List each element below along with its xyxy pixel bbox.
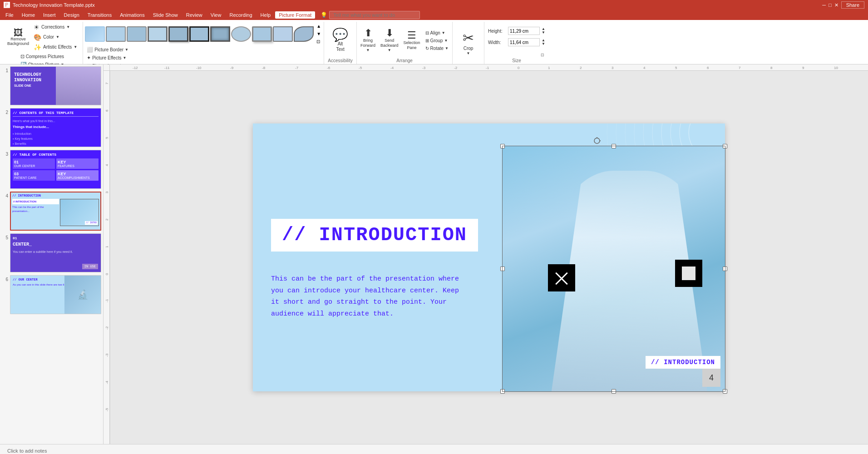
bring-forward-button[interactable]: ⬆ Bring Forward ▼ <box>359 27 377 54</box>
search-input[interactable] <box>329 11 420 19</box>
slide-thumb-4[interactable]: 4 // INTRODUCTION // INTRODUCTION This c… <box>2 192 101 231</box>
align-button[interactable]: ⊟ Align ▼ <box>424 30 450 36</box>
handle-bottom-left[interactable] <box>500 389 505 394</box>
menu-home[interactable]: Home <box>18 11 39 19</box>
crop-button[interactable]: ✂ Crop ▼ <box>456 23 480 64</box>
style-thumb-6[interactable] <box>189 26 209 42</box>
slide-thumb-6[interactable]: 6 // OUR CENTER As you can see in this s… <box>2 275 101 314</box>
rotate-button[interactable]: ↻ Rotate ▼ <box>424 45 450 52</box>
slide-main: // INTRODUCTION <box>253 123 725 391</box>
artistic-icon: ✨ <box>34 44 41 50</box>
svg-text:5: 5 <box>105 137 109 139</box>
compress-pictures-button[interactable]: ⊡ Compress Pictures <box>19 53 66 60</box>
menu-transitions[interactable]: Transitions <box>84 11 115 19</box>
svg-text:-12: -12 <box>133 66 138 70</box>
color-button[interactable]: 🎨 Color ▼ <box>32 33 79 42</box>
canvas-area: -12 -11 -10 -9 -8 -7 -6 -5 -4 -3 -2 -1 0… <box>104 64 868 444</box>
rotation-handle[interactable] <box>593 137 601 144</box>
image-label: // INTRODUCTION <box>646 356 720 369</box>
height-input[interactable] <box>508 27 540 35</box>
menu-design[interactable]: Design <box>60 11 83 19</box>
slide-canvas[interactable]: // INTRODUCTION <box>110 71 868 444</box>
svg-text:-6: -6 <box>327 66 330 70</box>
svg-text:2: 2 <box>105 218 109 221</box>
notes-area[interactable]: Click to add notes <box>0 444 868 454</box>
svg-text:0: 0 <box>105 273 109 275</box>
picture-effects-button[interactable]: ✦ Picture Effects ▼ <box>85 54 322 62</box>
group-button[interactable]: ⊞ Group ▼ <box>424 37 450 44</box>
selection-pane-button[interactable]: ☰ Selection Pane <box>402 29 422 52</box>
style-thumb-4[interactable] <box>148 26 168 42</box>
effects-icon: ✦ <box>87 55 91 61</box>
corrections-button[interactable]: ☀ Corrections ▼ <box>32 23 79 32</box>
svg-text:1: 1 <box>548 66 550 70</box>
svg-text:-5: -5 <box>105 408 109 411</box>
svg-text:9: 9 <box>802 66 804 70</box>
rotate-icon: ↻ <box>425 46 429 51</box>
svg-text:10: 10 <box>834 66 838 70</box>
menu-view[interactable]: View <box>207 11 225 19</box>
menu-review[interactable]: Review <box>182 11 206 19</box>
share-button[interactable]: Share <box>841 1 864 9</box>
menu-insert[interactable]: Insert <box>39 11 59 19</box>
picture-border-button[interactable]: ⬜ Picture Border ▼ <box>85 46 322 54</box>
menu-picture-format[interactable]: Picture Format <box>275 11 315 19</box>
slide-thumb-5[interactable]: 5 01 CENTER_ You can enter a subtitle he… <box>2 233 101 272</box>
artistic-effects-button[interactable]: ✨ Artistic Effects ▼ <box>32 43 79 52</box>
svg-text:6: 6 <box>105 109 109 112</box>
style-thumb-1[interactable] <box>85 26 105 42</box>
send-backward-icon: ⬇ <box>385 28 394 38</box>
remove-background-button[interactable]: 🖼 Remove Background <box>5 27 31 48</box>
menu-recording[interactable]: Recording <box>226 11 256 19</box>
handle-mid-right[interactable] <box>723 266 727 271</box>
slide-thumb-3[interactable]: 3 // TABLE OF CONTENTS 01 OUR CENTER KEY… <box>2 150 101 189</box>
ruler-corner <box>104 64 110 71</box>
svg-point-48 <box>594 138 600 143</box>
handle-top-center[interactable] <box>612 144 616 148</box>
menu-animations[interactable]: Animations <box>116 11 148 19</box>
style-thumb-9[interactable] <box>252 26 272 42</box>
styles-scroll-up[interactable]: ▲ <box>316 23 322 30</box>
svg-text:-1: -1 <box>105 299 109 302</box>
styles-expand[interactable]: ⊡ <box>316 38 322 45</box>
style-thumb-7[interactable] <box>210 26 230 42</box>
height-decrement[interactable]: ▼ <box>542 31 545 35</box>
slide-thumb-1[interactable]: 1 TECHNOLOGY INNOVATION SLIDE ONE <box>2 66 101 105</box>
handle-mid-left[interactable] <box>500 266 505 271</box>
crop-icon: ✂ <box>463 31 474 45</box>
style-thumb-3[interactable] <box>127 26 147 42</box>
style-thumb-2[interactable] <box>106 26 126 42</box>
ruler-vertical: 7 6 5 4 3 2 1 0 -1 -2 -3 -4 -5 <box>104 71 110 444</box>
style-thumb-5[interactable] <box>168 26 188 42</box>
alt-text-button[interactable]: 💬 Alt Text <box>327 23 354 58</box>
send-backward-button[interactable]: ⬇ Send Backward ▼ <box>379 27 400 54</box>
menu-help[interactable]: Help <box>257 11 275 19</box>
menu-bar: File Home Insert Design Transitions Anim… <box>0 10 868 20</box>
size-dialog-launcher[interactable]: ⊡ <box>540 52 545 58</box>
width-input[interactable] <box>508 38 540 46</box>
svg-text:-4: -4 <box>105 380 109 384</box>
style-thumb-11[interactable] <box>294 26 314 42</box>
height-label: Height: <box>488 29 506 34</box>
menu-file[interactable]: File <box>2 11 17 19</box>
style-thumb-8[interactable] <box>231 26 251 42</box>
menu-slideshow[interactable]: Slide Show <box>149 11 182 19</box>
style-thumb-10[interactable] <box>273 26 293 42</box>
handle-top-left[interactable] <box>500 144 505 148</box>
selected-image[interactable]: // INTRODUCTION <box>503 146 725 391</box>
svg-text:8: 8 <box>770 66 773 70</box>
selection-pane-icon: ☰ <box>407 30 416 40</box>
svg-text:3: 3 <box>105 191 109 193</box>
svg-text:-4: -4 <box>390 66 394 70</box>
handle-bottom-right[interactable] <box>723 389 727 394</box>
handle-top-right[interactable] <box>723 144 727 148</box>
slide-thumb-2[interactable]: 2 // CONTENTS OF THIS TEMPLATE Here's wh… <box>2 108 101 147</box>
width-decrement[interactable]: ▼ <box>542 42 545 46</box>
align-icon: ⊟ <box>425 30 429 35</box>
handle-bottom-center[interactable] <box>612 389 616 394</box>
svg-text:-2: -2 <box>454 66 458 70</box>
accessibility-group: 💬 Alt Text Accessibility <box>324 22 357 64</box>
alt-text-icon: 💬 <box>332 29 348 41</box>
svg-text:1: 1 <box>105 246 109 248</box>
styles-scroll-down[interactable]: ▼ <box>316 30 322 37</box>
